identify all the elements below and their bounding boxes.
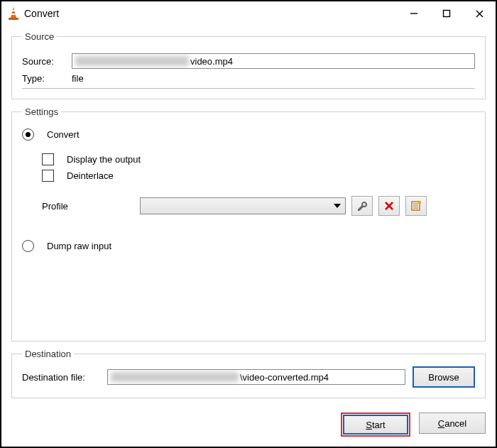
destination-legend: Destination <box>22 349 74 359</box>
redacted-path <box>75 56 189 66</box>
destination-group: Destination Destination file: \video-con… <box>11 349 486 398</box>
dump-radio-row[interactable]: Dump raw input <box>22 240 475 252</box>
settings-group: Settings Convert Display the output Dein… <box>11 106 486 342</box>
source-legend: Source <box>22 31 57 42</box>
deinterlace-label: Deinterlace <box>67 170 114 181</box>
type-value: file <box>72 73 84 84</box>
deinterlace-row[interactable]: Deinterlace <box>22 170 475 182</box>
delete-icon <box>384 201 394 211</box>
dump-radio[interactable] <box>22 240 34 252</box>
divider <box>22 88 475 89</box>
title-bar: Convert <box>1 1 496 26</box>
source-label: Source: <box>22 56 65 67</box>
profile-label: Profile <box>42 201 134 212</box>
svg-marker-0 <box>11 7 16 18</box>
display-output-row[interactable]: Display the output <box>22 153 475 165</box>
convert-radio[interactable] <box>22 129 34 141</box>
new-profile-button[interactable] <box>405 196 427 216</box>
svg-rect-5 <box>444 11 450 17</box>
svg-point-14 <box>418 201 421 204</box>
chevron-down-icon <box>334 204 341 208</box>
window-controls <box>398 1 496 26</box>
deinterlace-checkbox[interactable] <box>42 170 54 182</box>
destination-label: Destination file: <box>22 372 100 383</box>
delete-profile-button[interactable] <box>378 196 400 216</box>
redacted-path <box>111 372 239 382</box>
convert-radio-label: Convert <box>47 129 80 140</box>
wrench-icon <box>356 200 368 212</box>
dialog-buttons: Start Cancel <box>1 407 496 447</box>
svg-rect-1 <box>11 10 15 11</box>
dump-radio-label: Dump raw input <box>47 241 111 251</box>
type-label: Type: <box>22 73 65 84</box>
start-button-highlight: Start <box>341 413 410 437</box>
browse-button[interactable]: Browse <box>413 366 475 388</box>
display-output-checkbox[interactable] <box>42 153 54 165</box>
convert-radio-row[interactable]: Convert <box>22 129 475 141</box>
svg-rect-2 <box>11 13 16 15</box>
svg-rect-3 <box>9 18 18 20</box>
minimize-button[interactable] <box>398 1 430 26</box>
source-path-visible: video.mp4 <box>190 56 233 67</box>
source-path-field[interactable]: video.mp4 <box>72 53 475 69</box>
close-button[interactable] <box>463 1 496 26</box>
destination-path-visible: \video-converted.mp4 <box>240 372 329 383</box>
cancel-button[interactable]: Cancel <box>419 413 486 434</box>
browse-button-label: Browse <box>428 372 459 383</box>
display-output-label: Display the output <box>67 154 141 165</box>
window-title: Convert <box>24 8 59 19</box>
vlc-cone-icon <box>7 6 20 21</box>
source-group: Source Source: video.mp4 Type: file <box>11 31 486 99</box>
destination-file-field[interactable]: \video-converted.mp4 <box>107 369 405 385</box>
save-new-icon <box>410 200 422 212</box>
profile-dropdown[interactable] <box>140 197 346 214</box>
maximize-button[interactable] <box>430 1 463 26</box>
settings-legend: Settings <box>22 106 61 117</box>
edit-profile-button[interactable] <box>351 196 373 216</box>
start-button[interactable]: Start <box>343 415 408 435</box>
